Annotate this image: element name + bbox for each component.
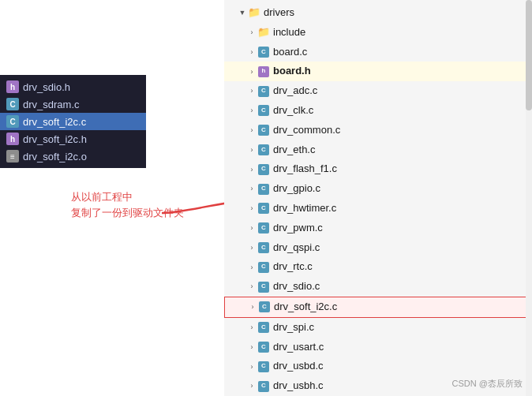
chevron-drivers: ▼ bbox=[237, 7, 248, 18]
h-icon: h bbox=[6, 133, 19, 145]
tree-file-drv-usbd[interactable]: › C drv_usbd.c bbox=[224, 357, 532, 376]
file-label-drv-usart: drv_usart.c bbox=[273, 339, 324, 356]
folder-label-include: include bbox=[273, 24, 305, 41]
file-label-drv-hwtimer: drv_hwtimer.c bbox=[273, 200, 336, 217]
h-file-icon: h bbox=[258, 66, 269, 77]
c-icon: C bbox=[6, 98, 19, 110]
file-label-drv-soft-i2c: drv_soft_i2c.c bbox=[274, 299, 337, 316]
tree-file-drv-flash[interactable]: › C drv_flash_f1.c bbox=[224, 159, 532, 179]
right-file-tree[interactable]: ▼ 📁 drivers › 📁 include › C board.c › h … bbox=[224, 0, 532, 396]
tree-file-board-h[interactable]: › h board.h bbox=[224, 62, 532, 81]
annotation-line2: 复制了一份到驱动文件夹 bbox=[71, 205, 229, 221]
annotation: 从以前工程中 复制了一份到驱动文件夹 bbox=[71, 189, 229, 220]
tree-file-drv-rtc[interactable]: › C drv_rtc.c bbox=[224, 257, 532, 277]
file-label-drv-gpio: drv_gpio.c bbox=[273, 181, 320, 197]
c-icon: C bbox=[6, 115, 19, 128]
file-label-drv-spi: drv_spi.c bbox=[273, 319, 314, 336]
c-file-icon: C bbox=[258, 47, 269, 58]
file-label-drv-qspi: drv_qspi.c bbox=[273, 240, 320, 256]
file-label-drv-usbh: drv_usbh.c bbox=[273, 378, 324, 394]
tree-file-drv-spi[interactable]: › C drv_spi.c bbox=[224, 318, 532, 338]
file-drv-sdio-h[interactable]: h drv_sdio.h bbox=[0, 78, 146, 95]
file-drv-soft-i2c-h[interactable]: h drv_soft_i2c.h bbox=[0, 130, 146, 148]
file-drv-sdram-c[interactable]: C drv_sdram.c bbox=[0, 95, 146, 113]
file-label-drv-rtc: drv_rtc.c bbox=[273, 259, 313, 275]
file-label: drv_sdram.c bbox=[23, 99, 80, 110]
file-label-drv-usbd: drv_usbd.c bbox=[273, 358, 324, 375]
tree-file-drv-gpio[interactable]: › C drv_gpio.c bbox=[224, 179, 532, 199]
tree-file-drv-clk[interactable]: › C drv_clk.c bbox=[224, 101, 532, 121]
file-drv-soft-i2c-c[interactable]: C drv_soft_i2c.c bbox=[0, 113, 146, 130]
tree-file-drv-sdio[interactable]: › C drv_sdio.c bbox=[224, 277, 532, 297]
tree-file-drv-usart[interactable]: › C drv_usart.c bbox=[224, 338, 532, 357]
folder-label-drivers: drivers bbox=[264, 5, 294, 21]
tree-file-drv-soft-i2c[interactable]: › C drv_soft_i2c.c bbox=[224, 297, 532, 318]
left-file-explorer: h drv_sdio.h C drv_sdram.c C drv_soft_i2… bbox=[0, 75, 146, 168]
folder-icon-drivers: 📁 bbox=[248, 6, 260, 19]
tree-file-drv-adc[interactable]: › C drv_adc.c bbox=[224, 81, 532, 101]
file-label: drv_soft_i2c.o bbox=[23, 151, 87, 163]
file-label-board-c: board.c bbox=[273, 44, 307, 61]
file-label: drv_sdio.h bbox=[23, 81, 70, 93]
file-label-drv-pwm: drv_pwm.c bbox=[273, 220, 323, 237]
file-label-drv-eth: drv_eth.c bbox=[273, 142, 315, 159]
file-label-drv-clk: drv_clk.c bbox=[273, 103, 313, 119]
tree-file-board-c[interactable]: › C board.c bbox=[224, 43, 532, 62]
tree-folder-include[interactable]: › 📁 include bbox=[224, 23, 532, 43]
watermark: CSDN @枩辰所致 bbox=[452, 378, 523, 390]
chevron-include: › bbox=[246, 27, 257, 38]
tree-file-drv-qspi[interactable]: › C drv_qspi.c bbox=[224, 238, 532, 258]
file-label-drv-sdio: drv_sdio.c bbox=[273, 278, 320, 295]
file-label-drv-adc: drv_adc.c bbox=[273, 83, 317, 99]
file-label: drv_soft_i2c.h bbox=[23, 133, 87, 145]
file-label-board-h: board.h bbox=[273, 63, 311, 80]
h-icon: h bbox=[6, 80, 19, 93]
file-label-drv-flash: drv_flash_f1.c bbox=[273, 161, 337, 177]
o-icon: ≡ bbox=[6, 150, 19, 163]
tree-file-drv-pwm[interactable]: › C drv_pwm.c bbox=[224, 219, 532, 238]
scrollbar-thumb[interactable] bbox=[526, 0, 532, 110]
folder-icon-include: 📁 bbox=[257, 26, 270, 39]
file-label: drv_soft_i2c.c bbox=[23, 116, 86, 128]
tree-folder-drivers[interactable]: ▼ 📁 drivers bbox=[224, 3, 532, 23]
tree-file-drv-common[interactable]: › C drv_common.c bbox=[224, 121, 532, 140]
annotation-line1: 从以前工程中 bbox=[71, 189, 229, 205]
file-label-drv-common: drv_common.c bbox=[273, 122, 340, 139]
tree-file-drv-eth[interactable]: › C drv_eth.c bbox=[224, 140, 532, 160]
tree-file-drv-hwtimer[interactable]: › C drv_hwtimer.c bbox=[224, 199, 532, 219]
file-drv-soft-i2c-o[interactable]: ≡ drv_soft_i2c.o bbox=[0, 148, 146, 165]
scrollbar-track bbox=[526, 0, 532, 396]
